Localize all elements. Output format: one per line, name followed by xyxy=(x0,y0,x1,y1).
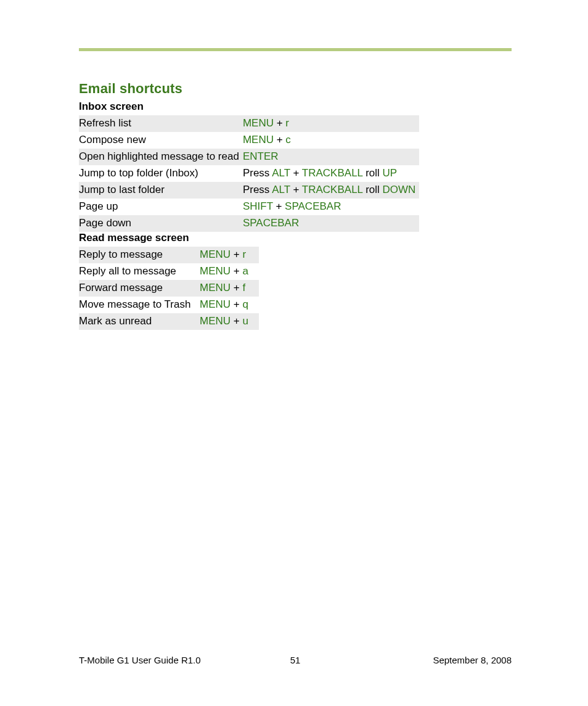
shortcut-keys: ENTER xyxy=(243,149,419,165)
plus-token: + xyxy=(231,265,242,277)
shortcut-action: Page up xyxy=(79,199,243,215)
key-token: c xyxy=(285,134,291,146)
key-token: MENU xyxy=(200,265,231,277)
key-token: TRACKBALL xyxy=(302,184,363,195)
shortcut-keys: MENU + q xyxy=(200,297,259,313)
inbox-shortcuts-table: Refresh listMENU + rCompose newMENU + cO… xyxy=(79,115,419,232)
plus-token: + xyxy=(231,248,242,260)
table-row: Forward messageMENU + f xyxy=(79,280,259,297)
key-token: TRACKBALL xyxy=(302,167,363,179)
plus-token: + xyxy=(274,117,285,129)
shortcut-action: Jump to last folder xyxy=(79,182,243,199)
key-token: MENU xyxy=(243,117,274,129)
table-row: Refresh listMENU + r xyxy=(79,115,419,132)
text-token: Press xyxy=(243,167,272,179)
key-token: SPACEBAR xyxy=(243,217,299,229)
key-token: MENU xyxy=(200,298,231,310)
shortcut-action: Move message to Trash xyxy=(79,297,200,313)
shortcut-action: Refresh list xyxy=(79,115,243,132)
shortcut-action: Page down xyxy=(79,215,243,232)
key-token: q xyxy=(242,298,248,310)
text-token: Press xyxy=(243,184,272,195)
shortcut-keys: SPACEBAR xyxy=(243,215,419,232)
table-row: Reply all to messageMENU + a xyxy=(79,263,259,280)
table-row: Reply to messageMENU + r xyxy=(79,247,259,263)
plus-token: + xyxy=(290,167,302,179)
key-token: DOWN xyxy=(383,184,416,195)
text-token: roll xyxy=(362,184,382,195)
read-message-screen-title: Read message screen xyxy=(79,232,509,244)
table-row: Page downSPACEBAR xyxy=(79,215,419,232)
plus-token: + xyxy=(290,184,302,195)
shortcut-keys: MENU + u xyxy=(200,313,259,330)
table-row: Move message to TrashMENU + q xyxy=(79,297,259,313)
key-token: r xyxy=(242,248,246,260)
plus-token: + xyxy=(231,298,242,310)
read-shortcuts-table: Reply to messageMENU + rReply all to mes… xyxy=(79,247,259,330)
footer-date: September 8, 2008 xyxy=(433,655,512,665)
shortcut-keys: MENU + f xyxy=(200,280,259,297)
key-token: u xyxy=(242,315,248,327)
key-token: ALT xyxy=(272,167,290,179)
shortcut-action: Open highlighted message to read xyxy=(79,149,243,165)
key-token: MENU xyxy=(200,315,231,327)
table-row: Mark as unreadMENU + u xyxy=(79,313,259,330)
section-title: Email shortcuts xyxy=(79,81,509,97)
shortcut-action: Compose new xyxy=(79,132,243,149)
key-token: a xyxy=(242,265,248,277)
key-token: SHIFT xyxy=(243,200,273,212)
plus-token: + xyxy=(231,315,242,327)
key-token: r xyxy=(285,117,289,129)
key-token: MENU xyxy=(200,248,231,260)
shortcut-keys: Press ALT + TRACKBALL roll DOWN xyxy=(243,182,419,199)
table-row: Compose newMENU + c xyxy=(79,132,419,149)
table-row: Jump to last folderPress ALT + TRACKBALL… xyxy=(79,182,419,199)
shortcut-keys: MENU + r xyxy=(200,247,259,263)
key-token: MENU xyxy=(200,282,231,293)
shortcut-keys: Press ALT + TRACKBALL roll UP xyxy=(243,165,419,182)
table-row: Page upSHIFT + SPACEBAR xyxy=(79,199,419,215)
header-rule xyxy=(79,48,512,51)
shortcut-action: Jump to top folder (Inbox) xyxy=(79,165,243,182)
shortcut-keys: MENU + r xyxy=(243,115,419,132)
plus-token: + xyxy=(274,134,285,146)
inbox-screen-title: Inbox screen xyxy=(79,101,509,113)
shortcut-action: Forward message xyxy=(79,280,200,297)
table-row: Jump to top folder (Inbox)Press ALT + TR… xyxy=(79,165,419,182)
plus-token: + xyxy=(273,200,285,212)
key-token: f xyxy=(242,282,245,293)
shortcut-keys: SHIFT + SPACEBAR xyxy=(243,199,419,215)
key-token: UP xyxy=(383,167,398,179)
key-token: SPACEBAR xyxy=(285,200,341,212)
shortcut-keys: MENU + c xyxy=(243,132,419,149)
table-row: Open highlighted message to readENTER xyxy=(79,149,419,165)
shortcut-action: Mark as unread xyxy=(79,313,200,330)
key-token: ALT xyxy=(272,184,290,195)
key-token: MENU xyxy=(243,134,274,146)
plus-token: + xyxy=(231,282,242,293)
shortcut-action: Reply all to message xyxy=(79,263,200,280)
shortcut-keys: MENU + a xyxy=(200,263,259,280)
key-token: ENTER xyxy=(243,150,279,162)
shortcut-action: Reply to message xyxy=(79,247,200,263)
text-token: roll xyxy=(362,167,382,179)
